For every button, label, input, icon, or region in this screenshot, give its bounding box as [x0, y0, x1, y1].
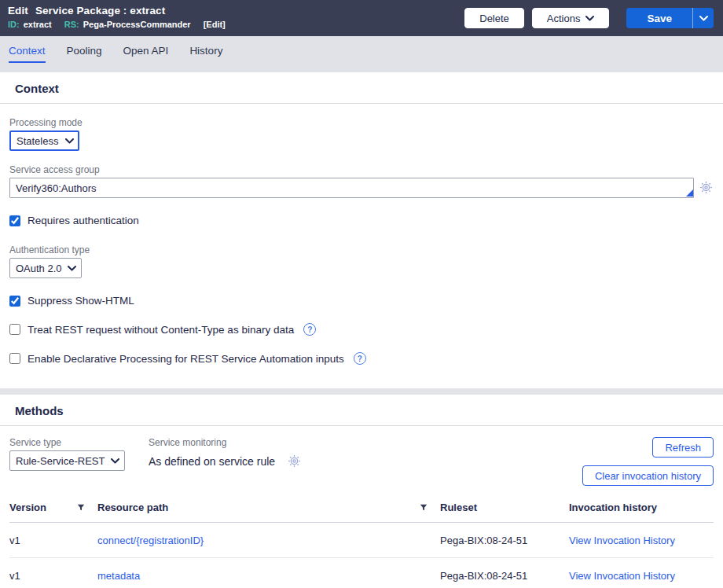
service-access-group-input-wrap — [9, 178, 694, 198]
service-type-label: Service type — [9, 437, 125, 448]
table-row: v1 connect/{registrationID} Pega-BIX:08-… — [9, 523, 714, 558]
auth-type-select-wrap: OAuth 2.0 — [9, 258, 82, 278]
column-header-version: Version — [9, 502, 46, 513]
rs-label: RS: — [64, 20, 79, 29]
tab-history[interactable]: History — [189, 45, 222, 61]
refresh-button[interactable]: Refresh — [652, 437, 714, 458]
chevron-down-icon — [585, 16, 594, 21]
suppress-show-html-checkbox[interactable] — [9, 296, 20, 307]
cell-version: v1 — [9, 523, 97, 558]
tab-bar: Context Pooling Open API History — [0, 36, 723, 72]
autocomplete-indicator-icon — [686, 189, 693, 197]
open-access-group-button[interactable] — [699, 180, 714, 196]
help-icon[interactable]: ? — [354, 352, 366, 365]
service-monitoring-field: Service monitoring As defined on service… — [149, 437, 302, 486]
gear-icon — [287, 454, 302, 469]
context-form: Processing mode Stateless Service access… — [0, 117, 723, 365]
edit-mode-label: Edit — [8, 5, 28, 17]
treat-rest-binary-label: Treat REST request without Content-Type … — [28, 324, 294, 336]
actions-button-label: Actions — [547, 13, 581, 24]
view-invocation-history-link[interactable]: View Invocation History — [569, 570, 675, 582]
methods-controls: Service type Rule-Service-REST Service m… — [0, 426, 723, 489]
requires-auth-row: Requires authentication — [9, 215, 714, 226]
methods-section-heading: Methods — [0, 395, 723, 426]
column-header-resource-path: Resource path — [97, 502, 168, 513]
service-monitoring-value: As defined on service rule — [149, 455, 275, 468]
processing-mode-label: Processing mode — [9, 117, 714, 128]
record-title: Service Package : extract — [35, 5, 165, 17]
save-split-button: Save — [626, 8, 714, 28]
context-section-heading: Context — [0, 72, 723, 104]
section-divider — [0, 388, 723, 395]
enable-declarative-checkbox[interactable] — [9, 353, 20, 364]
auth-type-field: Authentication type OAuth 2.0 — [9, 244, 714, 278]
context-section: Context Processing mode Stateless Servic… — [0, 72, 723, 365]
processing-mode-select[interactable]: Stateless — [9, 130, 79, 151]
cell-version: v1 — [9, 558, 97, 588]
treat-rest-binary-row: Treat REST request without Content-Type … — [9, 323, 714, 336]
save-menu-button[interactable] — [692, 8, 714, 28]
methods-controls-left: Service type Rule-Service-REST Service m… — [9, 437, 302, 486]
suppress-show-html-label: Suppress Show-HTML — [28, 295, 134, 307]
help-icon[interactable]: ? — [303, 323, 316, 336]
resource-path-link[interactable]: connect/{registrationID} — [97, 535, 204, 546]
view-invocation-history-link[interactable]: View Invocation History — [569, 535, 675, 546]
treat-rest-binary-checkbox[interactable] — [9, 324, 20, 335]
suppress-show-html-row: Suppress Show-HTML — [9, 295, 714, 307]
processing-mode-field: Processing mode Stateless — [9, 117, 714, 151]
column-header-ruleset: Ruleset — [440, 492, 569, 523]
header-buttons: Delete Actions Save — [464, 0, 714, 28]
save-button[interactable]: Save — [626, 8, 692, 28]
filter-icon[interactable] — [420, 504, 428, 512]
requires-auth-label: Requires authentication — [28, 215, 139, 226]
id-label: ID: — [8, 20, 20, 29]
filter-icon[interactable] — [77, 504, 85, 512]
enable-declarative-row: Enable Declarative Processing for REST S… — [9, 352, 714, 365]
cell-ruleset: Pega-BIX:08-24-51 — [440, 558, 569, 588]
rs-value: Pega-ProcessCommander — [83, 20, 191, 29]
record-meta: ID:extractRS:Pega-ProcessCommander[Edit] — [8, 20, 226, 29]
service-access-group-label: Service access group — [9, 164, 714, 175]
tab-open-api[interactable]: Open API — [123, 45, 169, 61]
methods-section: Methods Service type Rule-Service-REST S… — [0, 395, 723, 588]
page-title: EditService Package : extract — [8, 5, 226, 17]
cell-ruleset: Pega-BIX:08-24-51 — [440, 523, 569, 558]
edit-ruleset-link[interactable]: [Edit] — [204, 20, 226, 29]
service-access-group-field: Service access group — [9, 164, 714, 198]
enable-declarative-label: Enable Declarative Processing for REST S… — [28, 353, 344, 365]
clear-invocation-history-button[interactable]: Clear invocation history — [582, 465, 714, 486]
table-header-row: Version Resource path Ruleset Invocation… — [9, 492, 714, 523]
delete-button[interactable]: Delete — [464, 8, 524, 28]
processing-mode-select-wrap: Stateless — [9, 130, 79, 151]
resource-path-link[interactable]: metadata — [97, 570, 140, 582]
chevron-down-icon — [699, 16, 708, 21]
service-access-group-input[interactable] — [9, 178, 694, 198]
table-row: v1 metadata Pega-BIX:08-24-51 View Invoc… — [9, 558, 714, 588]
id-value: extract — [24, 20, 52, 29]
service-monitoring-label: Service monitoring — [149, 437, 302, 448]
column-header-invocation-history: Invocation history — [569, 492, 714, 523]
service-type-select[interactable]: Rule-Service-REST — [9, 450, 125, 471]
gear-icon — [699, 180, 714, 195]
requires-auth-checkbox[interactable] — [9, 215, 20, 226]
tab-context[interactable]: Context — [9, 45, 46, 63]
title-block: EditService Package : extract ID:extract… — [8, 0, 226, 29]
service-type-select-wrap: Rule-Service-REST — [9, 450, 125, 471]
configure-monitoring-button[interactable] — [287, 454, 302, 469]
service-type-field: Service type Rule-Service-REST — [9, 437, 125, 486]
methods-controls-right: Refresh Clear invocation history — [582, 437, 714, 486]
tab-pooling[interactable]: Pooling — [67, 45, 102, 61]
auth-type-label: Authentication type — [9, 244, 714, 255]
actions-button[interactable]: Actions — [532, 8, 610, 28]
auth-type-select[interactable]: OAuth 2.0 — [9, 258, 82, 278]
methods-table: Version Resource path Ruleset Invocation… — [9, 492, 714, 588]
app-header: EditService Package : extract ID:extract… — [0, 0, 723, 36]
